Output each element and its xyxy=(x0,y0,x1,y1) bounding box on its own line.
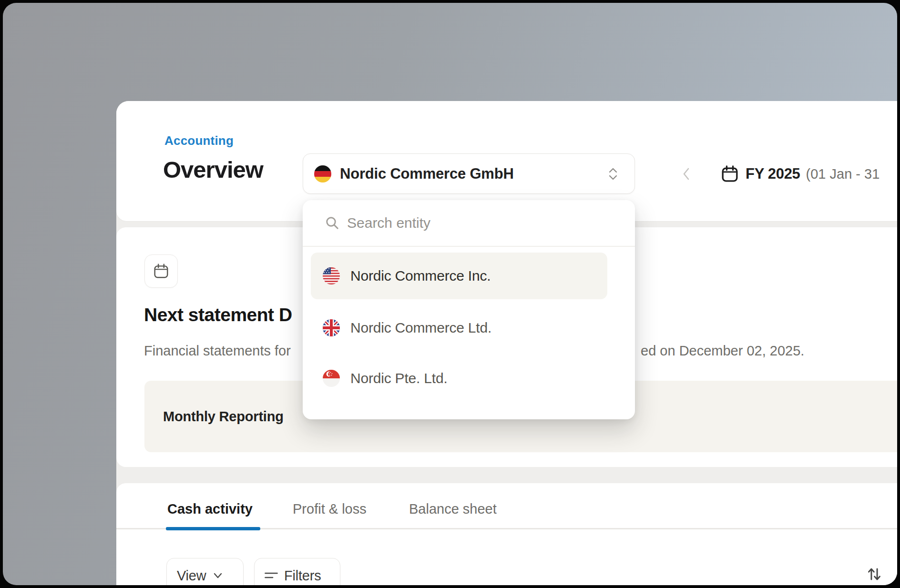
tab-cash-activity[interactable]: Cash activity xyxy=(167,501,253,517)
usa-flag-icon xyxy=(323,267,340,284)
uk-flag-icon xyxy=(323,319,340,336)
search-icon xyxy=(325,216,339,230)
filter-icon xyxy=(265,571,278,580)
entity-search-row xyxy=(303,200,635,246)
filters-button[interactable]: Filters xyxy=(254,558,340,585)
fiscal-year-label[interactable]: FY 2025 xyxy=(746,165,800,182)
tab-balance-sheet[interactable]: Balance sheet xyxy=(409,501,497,517)
active-tab-underline xyxy=(166,527,260,530)
entity-selector[interactable]: Nordic Commerce GmbH xyxy=(303,153,635,194)
view-button[interactable]: View xyxy=(166,558,244,585)
dropdown-divider xyxy=(303,246,635,247)
entity-option-label: Nordic Pte. Ltd. xyxy=(350,370,448,386)
singapore-flag-icon xyxy=(323,370,340,387)
entity-option-nordic-commerce-inc[interactable]: Nordic Commerce Inc. xyxy=(311,253,607,299)
chevron-down-icon xyxy=(213,572,223,579)
selected-entity-label: Nordic Commerce GmbH xyxy=(340,165,514,182)
monthly-reporting-label: Monthly Reporting xyxy=(163,409,284,425)
fiscal-year-range: (01 Jan - 31 xyxy=(806,166,880,182)
entity-option-label: Nordic Commerce Ltd. xyxy=(350,320,491,336)
entity-dropdown: Nordic Commerce Inc. Nordic Commerce Ltd… xyxy=(303,200,635,419)
entity-option-nordic-pte-ltd[interactable]: Nordic Pte. Ltd. xyxy=(311,355,607,402)
germany-flag-icon xyxy=(314,165,331,182)
calendar-icon xyxy=(153,263,169,279)
filters-button-label: Filters xyxy=(284,568,321,584)
statement-description-left: Financial statements for xyxy=(144,343,291,359)
entity-search-input[interactable] xyxy=(347,215,614,231)
entity-option-nordic-commerce-ltd[interactable]: Nordic Commerce Ltd. xyxy=(311,304,607,351)
statement-description-right: ed on December 02, 2025. xyxy=(641,343,804,359)
calendar-icon xyxy=(721,165,739,183)
app-background: Accounting Overview Nordic Commerce GmbH xyxy=(3,3,897,585)
device-frame: Accounting Overview Nordic Commerce GmbH xyxy=(0,0,900,588)
previous-period-button[interactable] xyxy=(679,165,693,183)
report-tabs: Cash activity Profit & loss Balance shee… xyxy=(116,483,897,529)
sort-button[interactable] xyxy=(864,564,885,585)
chevron-up-down-icon xyxy=(608,168,618,180)
tab-profit-and-loss[interactable]: Profit & loss xyxy=(293,501,367,517)
view-button-label: View xyxy=(177,568,206,584)
period-picker: FY 2025 (01 Jan - 31 xyxy=(679,162,880,186)
breadcrumb-accounting[interactable]: Accounting xyxy=(164,133,234,148)
sort-arrows-icon xyxy=(866,566,882,582)
entity-option-label: Nordic Commerce Inc. xyxy=(350,268,491,284)
statement-calendar-badge xyxy=(144,254,178,288)
chevron-left-icon xyxy=(682,167,690,181)
reports-card: Cash activity Profit & loss Balance shee… xyxy=(116,483,897,585)
statement-heading: Next statement D xyxy=(144,304,292,325)
page-title: Overview xyxy=(163,156,263,183)
